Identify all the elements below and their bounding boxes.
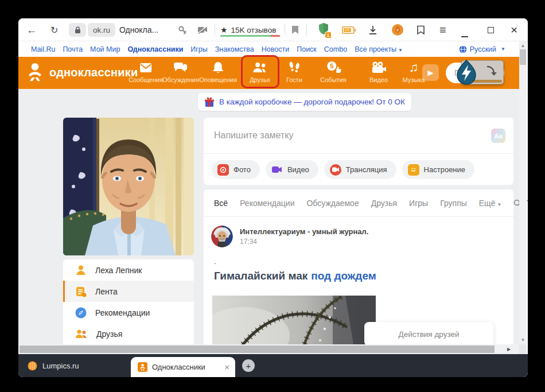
language-label: Русский <box>470 45 496 53</box>
downloads-button[interactable] <box>368 18 377 41</box>
nav-moy-mir[interactable]: Мой Мир <box>90 45 120 53</box>
oknav-label: Видео <box>369 76 388 83</box>
tab-friends[interactable]: Друзья <box>371 199 397 208</box>
oknav-guests[interactable]: Гости <box>286 61 302 83</box>
profile-photo[interactable] <box>63 118 194 255</box>
menu-item-friends[interactable]: Друзья <box>63 323 194 344</box>
footprints-icon <box>288 61 301 75</box>
menu-item-feed[interactable]: Лента <box>63 281 194 302</box>
maximize-button[interactable] <box>488 18 494 41</box>
close-window-button[interactable]: × <box>511 18 517 41</box>
nav-odnoklassniki[interactable]: Одноклассники <box>127 45 183 53</box>
back-button[interactable]: ← <box>26 18 37 41</box>
extension-button[interactable] <box>391 18 404 41</box>
nav-poisk[interactable]: Поиск <box>297 45 317 53</box>
close-icon: × <box>511 23 517 37</box>
page-content: В каждой коробочке — дорогой подарочек! … <box>18 89 519 344</box>
reviews-widget[interactable]: ★ 15K отзывов <box>220 18 276 41</box>
language-selector[interactable]: Русский ▼ <box>459 45 505 53</box>
oknav-friends[interactable]: Друзья <box>250 61 270 83</box>
oknav-label: Друзья <box>250 76 270 83</box>
nav-all-projects[interactable]: Все проекты▼ <box>355 45 403 53</box>
camera-blocked-button[interactable] <box>197 18 208 41</box>
video-promo-button[interactable]: ▶ <box>422 64 439 81</box>
battery-icon <box>342 26 356 34</box>
photo-button[interactable]: Фото <box>212 160 260 179</box>
reviews-count: 15K отзывов <box>231 26 277 34</box>
menu-item-recommendations[interactable]: Рекомендации <box>63 302 194 323</box>
password-manager-button[interactable] <box>178 18 188 41</box>
post-timestamp: 17:34 <box>240 238 257 246</box>
chevron-down-icon: ▼ <box>501 46 505 52</box>
tab-recommendations[interactable]: Рекомендации <box>240 199 294 208</box>
url-host-chip[interactable]: ok.ru <box>88 23 115 37</box>
post-title-link[interactable]: под дождем <box>311 270 376 282</box>
tab-groups[interactable]: Группы <box>440 199 467 208</box>
browser-menu-button[interactable]: ≡ <box>439 18 446 41</box>
vertical-scrollbar[interactable]: ▲ ▼ <box>519 41 527 344</box>
tab-games[interactable]: Игры <box>409 199 428 208</box>
action-label: Трансляция <box>346 165 387 174</box>
ok-logo-text: одноклассники <box>49 66 138 79</box>
sidebar-panel-button[interactable] <box>416 18 425 41</box>
post-author-name[interactable]: Интеллектуариум - умный журнал. <box>240 227 368 236</box>
scroll-right-icon[interactable]: ▶ <box>507 347 511 352</box>
post-image[interactable] <box>212 296 376 344</box>
ok-logo[interactable]: одноклассники <box>25 62 138 83</box>
nav-combo[interactable]: Combo <box>324 45 347 53</box>
refresh-button[interactable]: ↻ <box>50 18 58 41</box>
promo-banner-text: В каждой коробочке — дорогой подарочек! … <box>219 98 405 106</box>
video-camera-icon <box>371 61 387 75</box>
post-author-avatar[interactable] <box>211 226 233 247</box>
friends-icon <box>75 328 88 340</box>
tab-odnoklassniki-active[interactable]: Одноклассники × <box>131 357 235 377</box>
play-icon: ▶ <box>428 68 434 77</box>
post-body-text: . <box>214 257 216 266</box>
friends-actions-panel[interactable]: Действия друзей <box>364 322 493 346</box>
person-icon <box>75 264 87 277</box>
nav-pochta[interactable]: Почта <box>63 45 83 53</box>
menu-label: Друзья <box>96 329 122 339</box>
broadcast-button[interactable]: Трансляция <box>324 160 396 179</box>
lightshot-overlay-icon[interactable] <box>453 59 480 88</box>
oknav-discussions[interactable]: Обсуждения <box>162 61 199 83</box>
oknav-video[interactable]: Видео <box>369 61 388 83</box>
nav-igry[interactable]: Игры <box>190 45 207 53</box>
menu-item-profile[interactable]: Леха Лепник <box>63 259 194 281</box>
battery-saver-button[interactable] <box>342 18 356 41</box>
svg-text:5: 5 <box>330 63 333 69</box>
chevron-down-icon: ▼ <box>398 48 403 53</box>
oknav-music[interactable]: ♫ Музыка <box>403 61 425 83</box>
site-security-chip[interactable] <box>69 23 86 37</box>
nav-znakomstva[interactable]: Знакомства <box>215 45 254 53</box>
note-input[interactable] <box>214 118 466 153</box>
tab-close-icon[interactable]: × <box>224 362 229 372</box>
mailru-top-nav: Mail.Ru Почта Мой Мир Одноклассники Игры… <box>18 41 519 57</box>
nav-novosti[interactable]: Новости <box>262 45 289 53</box>
browser-tab-bar: Lumpics.ru Одноклассники × + <box>18 354 528 377</box>
scroll-up-icon[interactable]: ▲ <box>519 43 527 48</box>
feed-icon <box>75 285 87 298</box>
menu-label: Рекомендации <box>95 308 150 317</box>
video-button[interactable]: Видео <box>266 160 318 179</box>
nav-mailru[interactable]: Mail.Ru <box>31 45 55 53</box>
horizontal-scrollbar-thumb[interactable] <box>20 346 495 353</box>
scroll-down-icon[interactable]: ▼ <box>519 337 527 343</box>
tab-more[interactable]: Ещё▼ <box>479 199 502 208</box>
flame-extension-icon <box>391 24 404 36</box>
oknav-events[interactable]: 5 События <box>320 61 346 83</box>
horizontal-scrollbar[interactable]: ▶ <box>18 344 519 354</box>
oknav-messages[interactable]: Сообщения <box>129 61 163 83</box>
new-tab-button[interactable]: + <box>242 359 255 372</box>
text-style-icon[interactable]: Aa <box>491 129 505 143</box>
protect-extension-button[interactable]: 1 <box>318 18 329 41</box>
promo-banner[interactable]: В каждой коробочке — дорогой подарочек! … <box>198 93 411 111</box>
tab-all[interactable]: Всё <box>214 199 228 208</box>
bookmark-button[interactable] <box>291 18 299 41</box>
oknav-label: События <box>320 76 346 83</box>
vertical-scrollbar-thumb[interactable] <box>520 49 526 65</box>
tab-lumpics[interactable]: Lumpics.ru <box>28 354 79 377</box>
oknav-notifications[interactable]: Оповещения <box>199 61 237 83</box>
tab-discussed[interactable]: Обсуждаемое <box>306 199 359 208</box>
mood-button[interactable]: Настроение <box>402 160 474 179</box>
